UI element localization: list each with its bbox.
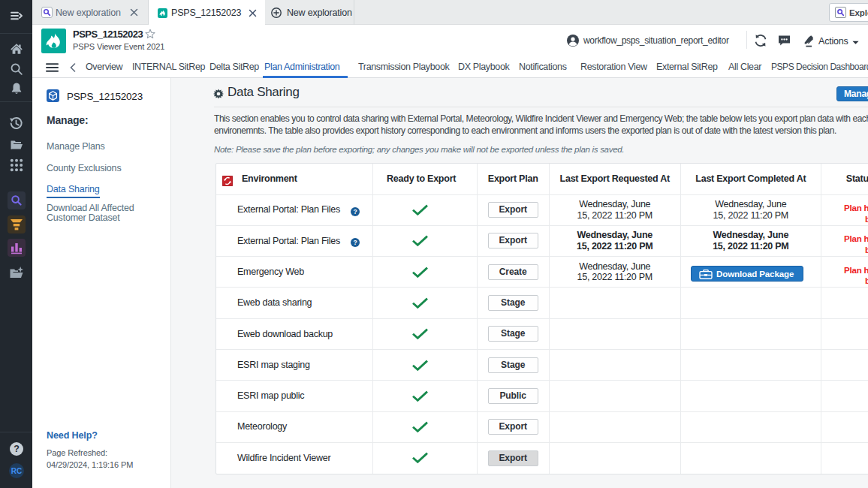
svg-text:?: ?	[14, 444, 20, 454]
svg-text:RC: RC	[11, 467, 21, 475]
